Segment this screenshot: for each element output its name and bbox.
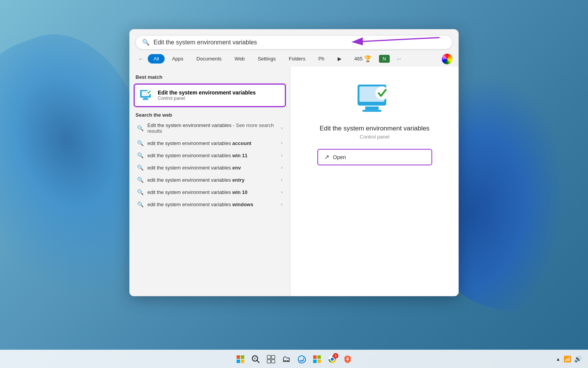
taskview-icon <box>267 355 275 363</box>
svg-rect-26 <box>313 360 317 363</box>
web-result-7[interactable]: 🔍 edit the system environment variables … <box>132 198 287 210</box>
tab-colorful[interactable] <box>442 54 452 64</box>
web-result-text-3: edit the system environment variables wi… <box>147 153 277 158</box>
chevron-4: › <box>281 165 283 170</box>
open-icon: ↗ <box>324 153 329 161</box>
taskbar-store-button[interactable] <box>310 352 324 366</box>
windows-start-button[interactable] <box>234 352 247 366</box>
left-panel: Best match Edit the system environment v… <box>129 67 290 296</box>
tab-folders[interactable]: Folders <box>283 54 311 64</box>
svg-rect-27 <box>317 360 321 363</box>
web-result-1[interactable]: 🔍 Edit the system environment variables … <box>132 119 287 137</box>
svg-point-23 <box>299 360 304 361</box>
search-overlay: 🔍 Edit the system environment variables … <box>129 29 459 296</box>
edge-icon <box>297 355 306 364</box>
chrome-badge: 8 <box>333 353 338 358</box>
web-result-text-4: edit the system environment variables en… <box>147 165 277 171</box>
chevron-6: › <box>281 189 283 195</box>
taskbar-center: 🗂 <box>234 352 354 366</box>
search-icon-3: 🔍 <box>137 152 144 158</box>
taskbar-explorer-button[interactable]: 🗂 <box>279 352 293 366</box>
svg-rect-21 <box>267 360 271 363</box>
tab-all[interactable]: All <box>148 54 165 64</box>
content-area: Best match Edit the system environment v… <box>129 67 459 296</box>
svg-rect-10 <box>362 110 381 112</box>
svg-line-17 <box>257 360 259 363</box>
search-icon-2: 🔍 <box>137 140 144 146</box>
right-panel: Edit the system environment variables Co… <box>290 67 459 296</box>
search-icon-6: 🔍 <box>137 189 144 195</box>
tab-apps[interactable]: Apps <box>166 54 189 64</box>
open-button[interactable]: ↗ Open <box>317 149 432 165</box>
right-panel-subtitle: Control panel <box>360 134 389 140</box>
web-result-2[interactable]: 🔍 edit the system environment variables … <box>132 137 287 149</box>
tab-web[interactable]: Web <box>229 54 251 64</box>
filter-tabs: ← All Apps Documents Web Settings Folder… <box>129 49 459 67</box>
svg-rect-15 <box>241 360 244 363</box>
taskbar-brave-button[interactable] <box>341 352 354 366</box>
search-icon-7: 🔍 <box>137 201 144 207</box>
tab-ph[interactable]: Ph <box>313 54 330 64</box>
tab-465[interactable]: 465 🏆 <box>349 53 378 64</box>
back-button[interactable]: ← <box>136 54 146 64</box>
tab-more[interactable]: ··· <box>391 54 407 64</box>
best-match-item[interactable]: Edit the system environment variables Co… <box>134 84 286 107</box>
right-panel-title: Edit the system environment variables <box>320 125 430 132</box>
tray-volume-icon[interactable]: 🔊 <box>574 355 582 363</box>
svg-rect-22 <box>271 360 275 363</box>
tray-up-button[interactable]: ▲ <box>556 357 560 362</box>
taskbar-taskview-button[interactable] <box>264 352 278 366</box>
tab-settings[interactable]: Settings <box>252 54 281 64</box>
best-match-subtitle: Control panel <box>158 96 256 101</box>
svg-point-11 <box>375 86 389 100</box>
windows-logo-icon <box>236 355 245 363</box>
best-match-text: Edit the system environment variables Co… <box>158 90 256 101</box>
search-icon-5: 🔍 <box>137 177 144 183</box>
web-result-4[interactable]: 🔍 edit the system environment variables … <box>132 161 287 174</box>
best-match-title: Edit the system environment variables <box>158 90 256 96</box>
store-icon <box>312 355 322 364</box>
web-result-5[interactable]: 🔍 edit the system environment variables … <box>132 174 287 186</box>
svg-point-29 <box>331 358 334 361</box>
web-result-text-1: Edit the system environment variables - … <box>147 122 277 134</box>
chevron-1: › <box>281 125 283 131</box>
taskbar-edge-button[interactable] <box>295 352 309 366</box>
svg-rect-25 <box>317 355 321 359</box>
svg-rect-20 <box>271 355 275 359</box>
taskbar-chrome-button[interactable]: 8 <box>325 352 339 366</box>
control-panel-large-icon <box>356 83 394 117</box>
chevron-7: › <box>281 202 283 207</box>
search-icon-4: 🔍 <box>137 164 144 171</box>
best-match-label: Best match <box>129 71 290 82</box>
tab-play[interactable]: ▶ <box>332 54 347 64</box>
search-bar-container: 🔍 Edit the system environment variables <box>129 29 459 49</box>
search-bar: 🔍 Edit the system environment variables <box>136 35 452 49</box>
svg-rect-24 <box>313 355 317 359</box>
svg-rect-14 <box>237 360 240 363</box>
search-web-label: Search the web <box>129 108 290 119</box>
web-result-6[interactable]: 🔍 edit the system environment variables … <box>132 186 287 198</box>
chevron-3: › <box>281 153 283 158</box>
web-result-text-7: edit the system environment variables wi… <box>147 202 277 207</box>
open-label: Open <box>333 154 346 160</box>
taskbar-search-button[interactable] <box>249 352 263 366</box>
tab-documents[interactable]: Documents <box>191 54 227 64</box>
search-icon-1: 🔍 <box>137 125 144 131</box>
chevron-5: › <box>281 177 283 182</box>
web-result-text-2: edit the system environment variables ac… <box>147 140 277 146</box>
svg-rect-19 <box>267 355 271 359</box>
tray-wifi-icon[interactable]: 📶 <box>564 355 571 363</box>
brave-icon <box>343 355 352 364</box>
taskbar: 🗂 <box>0 350 588 368</box>
svg-rect-5 <box>142 99 149 100</box>
web-result-text-5: edit the system environment variables en… <box>147 177 277 183</box>
taskbar-tray: ▲ 📶 🔊 <box>556 355 582 363</box>
taskbar-search-icon <box>252 355 260 363</box>
web-result-text-6: edit the system environment variables wi… <box>147 189 277 195</box>
search-input[interactable]: Edit the system environment variables <box>154 39 446 46</box>
tab-n[interactable]: N <box>379 55 389 63</box>
control-panel-icon <box>139 88 153 102</box>
svg-rect-9 <box>365 106 379 110</box>
svg-point-18 <box>254 357 256 360</box>
web-result-3[interactable]: 🔍 edit the system environment variables … <box>132 149 287 161</box>
